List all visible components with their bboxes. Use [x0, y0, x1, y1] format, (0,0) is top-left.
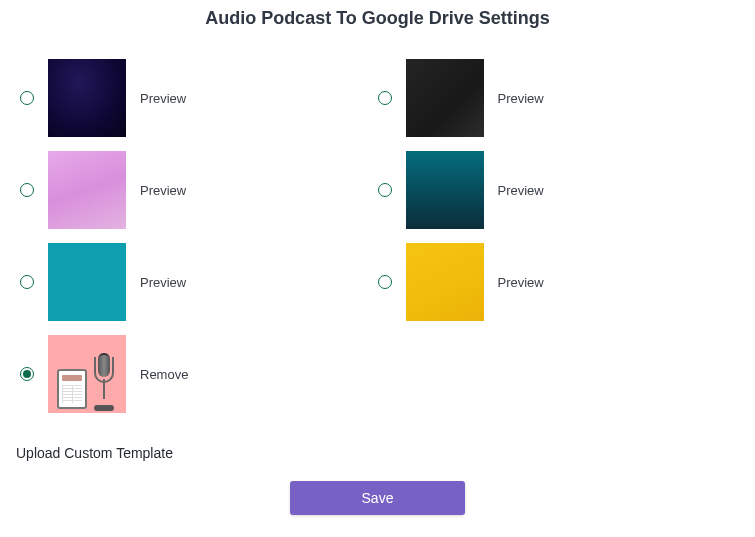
template-option: Preview [378, 243, 736, 321]
template-option: Preview [378, 59, 736, 137]
template-thumbnail [48, 151, 126, 229]
template-radio[interactable] [378, 91, 392, 105]
template-radio[interactable] [20, 275, 34, 289]
template-grid: Preview Preview Preview Preview Preview … [0, 59, 755, 427]
template-radio[interactable] [20, 183, 34, 197]
template-option: Preview [20, 243, 378, 321]
template-thumbnail [48, 59, 126, 137]
preview-link[interactable]: Preview [498, 275, 544, 290]
preview-link[interactable]: Preview [140, 91, 186, 106]
template-option: Preview [20, 59, 378, 137]
template-thumbnail [48, 335, 126, 413]
preview-link[interactable]: Preview [140, 275, 186, 290]
template-option: Remove [20, 335, 378, 413]
template-option: Preview [378, 151, 736, 229]
save-button[interactable]: Save [290, 481, 465, 515]
remove-link[interactable]: Remove [140, 367, 188, 382]
upload-custom-template[interactable]: Upload Custom Template [0, 427, 755, 475]
template-radio[interactable] [378, 183, 392, 197]
template-radio[interactable] [20, 91, 34, 105]
page-title: Audio Podcast To Google Drive Settings [0, 8, 755, 29]
template-thumbnail [406, 243, 484, 321]
microphone-illustration [91, 351, 117, 411]
preview-link[interactable]: Preview [140, 183, 186, 198]
template-thumbnail [406, 59, 484, 137]
template-thumbnail [406, 151, 484, 229]
preview-link[interactable]: Preview [498, 183, 544, 198]
template-radio[interactable] [378, 275, 392, 289]
template-option: Preview [20, 151, 378, 229]
template-thumbnail [48, 243, 126, 321]
preview-link[interactable]: Preview [498, 91, 544, 106]
save-row: Save [0, 475, 755, 531]
template-radio[interactable] [20, 367, 34, 381]
tablet-illustration [57, 369, 87, 409]
